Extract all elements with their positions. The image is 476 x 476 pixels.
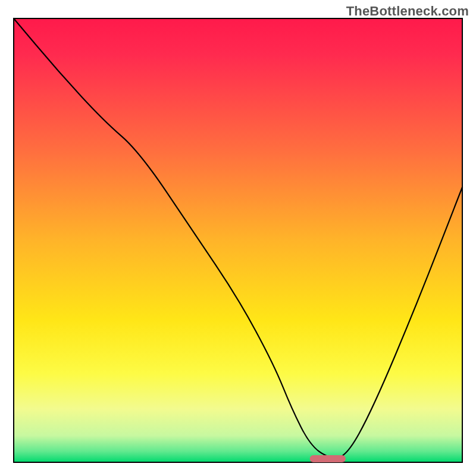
chart-container: TheBottleneck.com (0, 0, 476, 476)
plot-background (14, 18, 462, 462)
bottleneck-chart (0, 0, 476, 476)
watermark-text: TheBottleneck.com (346, 4, 469, 19)
optimal-range-marker (310, 455, 346, 462)
